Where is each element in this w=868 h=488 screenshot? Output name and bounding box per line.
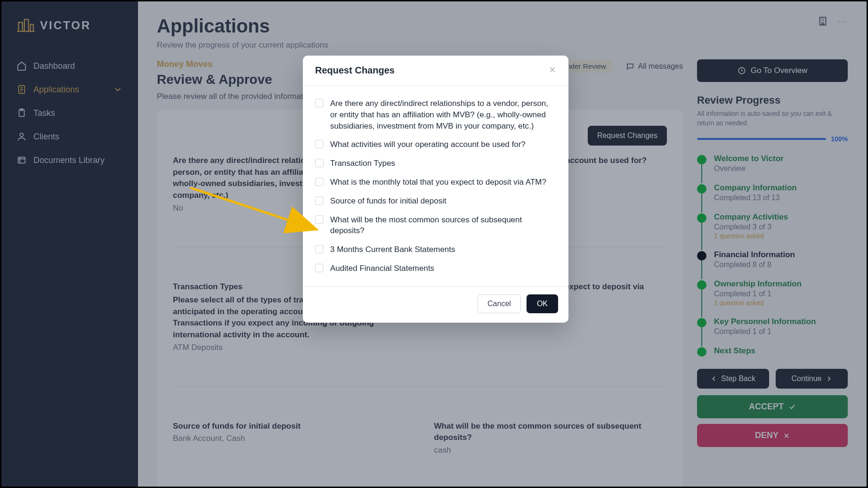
checkbox[interactable] — [315, 140, 324, 148]
modal-option[interactable]: Audited Financial Statements — [315, 259, 556, 278]
request-changes-modal: Request Changes Are there any direct/ind… — [303, 56, 568, 323]
modal-option[interactable]: Source of funds for initial deposit — [315, 192, 556, 211]
option-label: Source of funds for initial deposit — [330, 195, 446, 207]
option-label: What activities will your operating acco… — [330, 139, 526, 150]
modal-option[interactable]: What activities will your operating acco… — [315, 135, 556, 154]
modal-option[interactable]: Are there any direct/indirect relationsh… — [315, 94, 556, 135]
option-label: Transaction Types — [330, 158, 395, 169]
ok-button[interactable]: OK — [527, 294, 558, 313]
checkbox[interactable] — [315, 245, 324, 253]
close-icon — [549, 66, 556, 73]
checkbox[interactable] — [315, 264, 324, 272]
modal-option[interactable]: What will be the most common sources of … — [315, 211, 556, 241]
option-label: What will be the most common sources of … — [330, 214, 556, 237]
modal-close-button[interactable] — [549, 65, 556, 76]
option-label: Are there any direct/indirect relationsh… — [330, 98, 556, 131]
cancel-button[interactable]: Cancel — [478, 294, 521, 313]
checkbox[interactable] — [315, 196, 324, 205]
checkbox[interactable] — [315, 99, 324, 107]
option-label: 3 Months Current Bank Statements — [330, 244, 455, 255]
option-label: What is the monthly total that you expec… — [330, 177, 546, 188]
option-label: Audited Financial Statements — [330, 263, 434, 274]
checkbox[interactable] — [315, 215, 324, 224]
checkbox[interactable] — [315, 159, 324, 167]
modal-title: Request Changes — [315, 65, 395, 76]
modal-option[interactable]: 3 Months Current Bank Statements — [315, 240, 556, 259]
modal-option[interactable]: What is the monthly total that you expec… — [315, 173, 556, 192]
modal-body: Are there any direct/indirect relationsh… — [303, 86, 568, 286]
checkbox[interactable] — [315, 178, 324, 186]
modal-option[interactable]: Transaction Types — [315, 154, 556, 173]
